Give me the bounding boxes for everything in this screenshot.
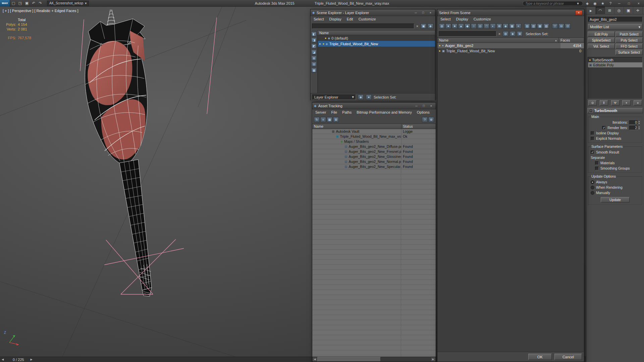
scroll-right-icon[interactable]: ▶: [431, 357, 436, 362]
asset-tracking-titlebar[interactable]: ◈ Asset Tracking ─ □ ×: [312, 103, 436, 109]
infocenter-search[interactable]: ▾: [523, 1, 583, 6]
save-file-icon[interactable]: ▣: [23, 1, 30, 6]
display-bones-icon[interactable]: ⊞: [496, 23, 502, 29]
object-row-auger-bits[interactable]: ● ● Auger_Bits_geo2 4154: [437, 43, 584, 48]
filter-options-icon[interactable]: ⊡: [565, 23, 571, 29]
show-end-result-icon[interactable]: ‖: [600, 100, 608, 106]
select-by-name-icon[interactable]: ▣: [421, 23, 426, 29]
menu-select[interactable]: Select: [314, 17, 324, 21]
spin-down-icon[interactable]: ▾: [639, 128, 640, 130]
collapse-rollout-icon[interactable]: −: [589, 109, 593, 113]
close-button[interactable]: ×: [428, 104, 434, 108]
patch-select-button[interactable]: Patch Select: [615, 32, 643, 37]
display-xrefs-icon[interactable]: ◐: [490, 23, 496, 29]
display-cameras-icon[interactable]: ◆: [465, 23, 470, 29]
scene-explorer-titlebar[interactable]: ◈ Scene Explorer - Layer Explorer ─ □ ×: [311, 9, 435, 16]
asset-row-normal[interactable]: ▤Auger_Bits_geo2_New_Normal.png Found: [312, 159, 436, 164]
object-row-triple-fluted[interactable]: ● ▣ Triple_Fluted_Wood_Bit_New 0: [437, 48, 584, 54]
clear-search-icon[interactable]: ×: [497, 32, 502, 36]
tab-display[interactable]: ▣: [624, 7, 633, 14]
viewport-label[interactable]: [ + ] [ Perspective ] [ Realistic + Edge…: [3, 9, 78, 13]
search-input[interactable]: [525, 2, 574, 5]
smoothing-groups-checkbox[interactable]: [595, 167, 599, 170]
render-iters-checkbox[interactable]: ✓: [602, 126, 606, 130]
spline-select-button[interactable]: SplineSelect: [588, 38, 615, 43]
scrollbar-thumb[interactable]: [317, 357, 381, 362]
previous-frame-button[interactable]: ◀: [0, 357, 5, 362]
remove-modifier-icon[interactable]: ×: [622, 100, 631, 106]
menu-display[interactable]: Display: [329, 17, 341, 21]
communication-center-icon[interactable]: ◉: [592, 1, 598, 6]
asset-row-vault[interactable]: ▦Autodesk Vault Logge: [312, 129, 436, 134]
render-iters-value[interactable]: 2: [629, 126, 638, 130]
maximize-button[interactable]: □: [420, 10, 426, 15]
visibility-bulb-icon[interactable]: ●: [439, 44, 440, 47]
explicit-normals-checkbox[interactable]: [591, 137, 594, 140]
layer-properties-icon[interactable]: ▦: [311, 68, 317, 73]
layer-view-icon[interactable]: ◈: [510, 31, 516, 37]
view-detail-icon[interactable]: ▦: [537, 23, 543, 29]
materials-checkbox[interactable]: [595, 161, 599, 165]
configure-modifier-sets-icon[interactable]: ≡: [634, 100, 642, 106]
menu-edit[interactable]: Edit: [347, 17, 353, 21]
name-column-header[interactable]: Name: [319, 31, 329, 35]
table-view-icon[interactable]: ▦: [327, 117, 332, 122]
create-layer-icon[interactable]: ◧: [311, 32, 317, 37]
surface-select-button[interactable]: Surface Select: [615, 50, 643, 55]
asset-row-specular[interactable]: ▤Auger_Bits_geo2_New_Specular.png Found: [312, 164, 436, 169]
max-logo-button[interactable]: MAX: [0, 0, 10, 7]
iterations-value[interactable]: 0: [629, 120, 638, 125]
asset-row-fresnel[interactable]: ▤Auger_Bits_geo2_New_Fresnel.png Found: [312, 149, 436, 154]
modifier-list-combo[interactable]: Modifier List ▾: [588, 24, 642, 29]
edit-poly-button[interactable]: Edit Poly: [588, 32, 615, 37]
stack-item-turbosmooth[interactable]: ● TurboSmooth: [588, 57, 642, 62]
menu-display[interactable]: Display: [456, 17, 468, 21]
sign-in-icon[interactable]: ◈: [584, 1, 591, 6]
freeze-layer-icon[interactable]: ⊟: [311, 62, 317, 67]
display-geometry-icon[interactable]: ●: [445, 23, 451, 29]
layer-row-selected[interactable]: ▶ ● ◈ Triple_Fluted_Wood_Bit_New: [318, 41, 435, 47]
tab-motion[interactable]: ◎: [614, 7, 624, 14]
iterations-spinner[interactable]: ▴▾: [639, 120, 640, 124]
favorites-icon[interactable]: ★: [599, 1, 606, 6]
help-icon[interactable]: ?: [422, 117, 428, 122]
select-layer-icon[interactable]: ◩: [311, 44, 317, 49]
scroll-left-icon[interactable]: ◀: [312, 357, 317, 362]
open-file-icon[interactable]: ◳: [17, 1, 23, 6]
pick-layer-icon[interactable]: ◈: [428, 23, 433, 29]
minimize-button[interactable]: ─: [413, 10, 419, 15]
close-button[interactable]: ×: [428, 10, 433, 15]
refresh-icon[interactable]: ↻: [314, 117, 320, 122]
close-window-button[interactable]: ×: [634, 1, 643, 6]
menu-bitmap-performance[interactable]: Bitmap Performance and Memory: [357, 110, 412, 115]
menu-paths[interactable]: Paths: [342, 110, 352, 115]
display-frozen-icon[interactable]: ≡: [516, 23, 521, 29]
tab-modify[interactable]: ◠: [596, 7, 605, 14]
tab-hierarchy[interactable]: ⊞: [605, 7, 614, 14]
visibility-bulb-icon[interactable]: ●: [325, 37, 326, 40]
highlight-layer-icon[interactable]: ◪: [311, 50, 317, 55]
maximize-button[interactable]: □: [421, 104, 427, 108]
display-containers-icon[interactable]: ◈: [503, 23, 508, 29]
render-iters-spinner[interactable]: ▴▾: [639, 126, 640, 130]
status-column-header[interactable]: Status: [401, 124, 436, 129]
help-icon[interactable]: ?: [607, 1, 614, 6]
clear-search-icon[interactable]: ×: [415, 24, 420, 28]
menu-file[interactable]: File: [331, 110, 337, 115]
display-materials-icon[interactable]: ▦: [509, 23, 515, 29]
horizontal-scrollbar[interactable]: ◀ ▶: [312, 357, 436, 362]
list-view-icon[interactable]: ≡: [320, 117, 326, 122]
display-lights-icon[interactable]: ▲: [458, 23, 464, 29]
pin-stack-icon[interactable]: ⊙: [588, 100, 597, 106]
expand-arrow-icon[interactable]: ▶: [319, 43, 321, 45]
menu-select[interactable]: Select: [440, 17, 451, 21]
advanced-search-icon[interactable]: ◍: [503, 31, 508, 37]
layer-mode-icon[interactable]: ◈: [358, 95, 364, 100]
faces-column-header[interactable]: Faces: [558, 38, 584, 43]
manually-radio[interactable]: [591, 191, 594, 195]
stack-item-editable-poly[interactable]: ▣ Editable Poly: [588, 62, 642, 67]
always-radio[interactable]: [591, 180, 594, 184]
visibility-bulb-icon[interactable]: ●: [439, 49, 440, 53]
view-list-icon[interactable]: ▤: [524, 23, 530, 29]
select-from-scene-titlebar[interactable]: Select From Scene ×: [437, 9, 584, 16]
